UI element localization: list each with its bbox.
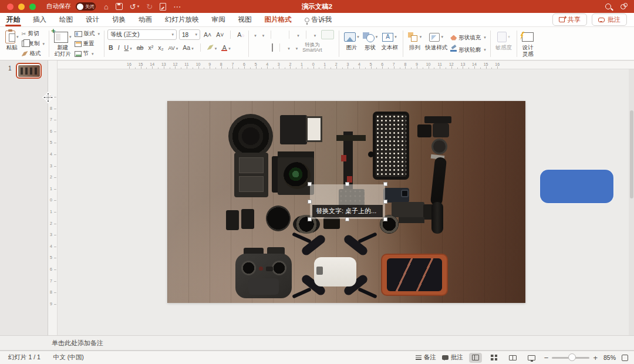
resize-handle-se[interactable] [383,217,387,221]
alt-text-selection-box[interactable]: 替换文字: 桌子上的... [310,184,385,219]
save-icon[interactable] [116,3,123,10]
zoom-in-button[interactable]: + [593,353,598,362]
change-case-button[interactable]: Aa▾ [181,44,194,51]
photo-item-cine-camera-body [392,202,424,217]
convert-to-smartart-button[interactable] [319,30,336,40]
shapes-button[interactable]: ▾ 形状 [361,29,380,59]
more-commands-icon[interactable]: ⋯ [173,2,181,11]
close-window-button[interactable] [7,4,14,10]
line-spacing-button[interactable]: ▾ [295,31,301,38]
autosave-toggle[interactable]: 关闭 [76,2,96,11]
slide-thumbnail-selected[interactable] [16,63,42,79]
zoom-slider-thumb[interactable] [568,353,576,361]
quick-styles-button[interactable]: ▾ 快速样式 [423,29,449,59]
tab-design[interactable]: 设计 [79,13,106,27]
highlight-color-button[interactable]: ▾ [206,44,218,51]
sensitivity-group: ▾ 敏感度 [494,29,514,59]
resize-handle-nw[interactable] [308,182,312,186]
tab-animations[interactable]: 动画 [132,13,158,27]
design-ideas-button[interactable]: 设计灵感 [520,29,535,59]
distribute-button[interactable] [271,44,274,51]
increase-font-size-button[interactable]: A˄ [203,31,213,38]
h-ruler-number: 11 [438,62,442,66]
picture-button[interactable]: ▾ 图片 [342,29,361,59]
resize-handle-e[interactable] [383,200,387,204]
share-button[interactable]: 共享 [552,14,587,26]
tab-insert[interactable]: 插入 [26,13,53,27]
notes-pane[interactable]: 单击此处添加备注 [0,335,634,350]
undo-icon[interactable]: ↺▾ [130,2,139,11]
bold-button[interactable]: B [107,44,114,51]
account-icon[interactable] [620,4,626,9]
shape-outline-button[interactable]: 形状轮廓▾ [450,46,486,55]
rounded-rect-shape[interactable] [540,170,613,203]
comments-toggle-button[interactable]: 批注 [442,353,463,362]
zoom-window-button[interactable] [29,4,36,10]
format-painter-button[interactable]: 格式 [22,49,45,58]
vertical-scrollbar[interactable] [629,69,634,335]
section-button[interactable]: 节▾ [75,49,100,58]
search-icon[interactable] [605,4,611,9]
slide-sorter-view-button[interactable] [488,353,501,363]
home-icon[interactable]: ⌂ [104,2,109,11]
tab-slideshow[interactable]: 幻灯片放映 [158,13,205,27]
tab-picture-format[interactable]: 图片格式 [258,13,298,27]
copy-button[interactable]: 复制▾ [22,39,45,48]
reset-button[interactable]: 重置 [75,39,100,48]
photo-item-drone-prop-tl [292,232,312,243]
minimize-window-button[interactable] [18,4,25,10]
subscript-button[interactable]: x₂ [157,44,164,51]
paste-button[interactable]: ▾ 粘贴 [4,29,21,59]
reading-view-button[interactable] [507,353,520,363]
align-text-button[interactable]: ▾ [294,44,299,51]
tab-transitions[interactable]: 切换 [106,13,132,27]
arrange-button[interactable]: ▾ 排列 [406,29,424,59]
tab-review[interactable]: 审阅 [205,13,232,27]
zoom-out-button[interactable]: − [544,353,549,362]
superscript-button[interactable]: x² [147,44,154,51]
decrease-font-size-button[interactable]: A˅ [215,31,225,38]
slideshow-button[interactable] [525,353,538,363]
tab-view[interactable]: 视图 [232,13,258,27]
clear-formatting-button[interactable]: A◌ [236,31,245,38]
quick-print-icon[interactable] [160,3,166,11]
zoom-slider[interactable] [552,357,589,359]
photo-item-led-knob [368,151,374,157]
v-ruler-number: 1 [50,210,52,214]
cut-button[interactable]: ✂剪切 [22,29,45,38]
notes-toggle-button[interactable]: 备注 [416,353,436,362]
textbox-button[interactable]: A▾ 文本框 [379,29,400,59]
font-name-select[interactable]: 等线 (正文)▾ [107,29,177,40]
bullets-button[interactable]: ▾ [252,31,258,38]
resize-handle-ne[interactable] [383,182,387,186]
new-slide-button[interactable]: ▾ 新建幻灯片 [52,29,73,59]
resize-handle-sw[interactable] [308,217,312,221]
tab-tell-me[interactable]: 告诉我 [298,13,339,27]
font-color-button[interactable]: A▾ [220,44,232,51]
numbering-button[interactable]: ▾ [260,31,266,38]
v-ruler-number: 3 [50,164,52,168]
underline-button[interactable]: U▾ [123,44,133,51]
character-spacing-button[interactable]: AV▾ [167,44,179,51]
language-indicator[interactable]: 中文 (中国) [53,353,84,362]
resize-handle-s[interactable] [345,217,349,221]
zoom-level[interactable]: 85% [603,354,616,361]
redo-icon[interactable]: ↻ [146,2,153,11]
columns-button[interactable]: ▾ [312,31,318,38]
sensitivity-button[interactable]: ▾ 敏感度 [494,29,514,59]
tab-home[interactable]: 开始 [0,13,26,27]
shape-fill-button[interactable]: 形状填充▾ [450,33,486,42]
fit-slide-button[interactable] [622,355,628,361]
layout-button[interactable]: 版式▾ [75,29,100,38]
normal-view-button[interactable] [469,353,482,363]
comments-button[interactable]: 批注 [592,14,627,26]
tab-draw[interactable]: 绘图 [53,13,79,27]
italic-button[interactable]: I [117,44,121,51]
text-direction-button[interactable]: ▾ [285,44,291,51]
resize-handle-n[interactable] [345,182,349,186]
scrollbar-thumb[interactable] [630,110,633,198]
v-ruler-number: 5 [50,140,52,144]
resize-handle-w[interactable] [308,200,312,204]
strikethrough-button[interactable]: ab [136,44,145,51]
font-size-select[interactable]: 18▾ [179,29,200,40]
